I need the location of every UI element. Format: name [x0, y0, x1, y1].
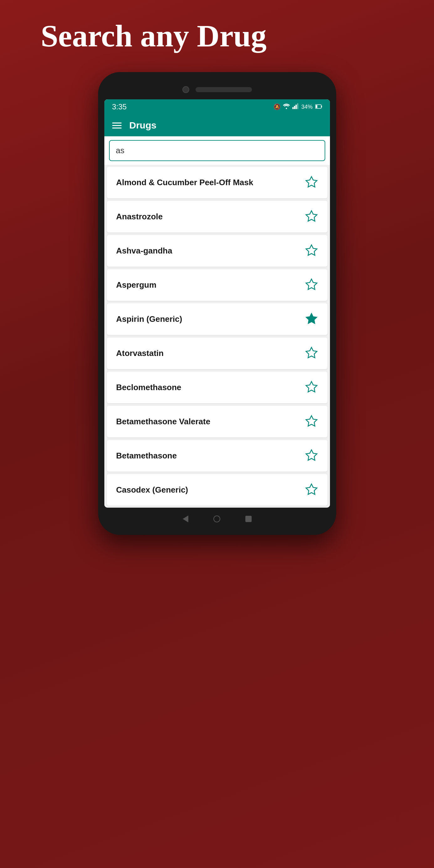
favorite-star-button[interactable] — [305, 449, 318, 463]
favorite-star-button[interactable] — [305, 176, 318, 190]
battery-text: 34% — [301, 104, 312, 110]
favorite-star-button[interactable] — [305, 278, 318, 292]
hamburger-line-3 — [112, 127, 122, 128]
favorite-star-button[interactable] — [305, 346, 318, 360]
favorite-star-button[interactable] — [305, 483, 318, 497]
drug-list: Almond & Cucumber Peel-Off MaskAnastrozo… — [104, 165, 330, 508]
drug-list-item[interactable]: Betamethasone Valerate — [107, 406, 328, 437]
battery-icon — [315, 104, 322, 110]
svg-marker-12 — [306, 313, 317, 324]
favorite-star-button[interactable] — [305, 380, 318, 395]
signal-icon — [292, 103, 299, 111]
drug-name: Atorvastatin — [116, 348, 164, 358]
drug-name: Beclomethasone — [116, 382, 181, 392]
page-title: Search any Drug — [41, 19, 323, 53]
drug-list-item[interactable]: Beclomethasone — [107, 372, 328, 403]
phone-camera — [182, 86, 189, 93]
drug-list-item[interactable]: Aspirin (Generic) — [107, 303, 328, 335]
search-container — [104, 136, 330, 165]
svg-rect-6 — [321, 105, 322, 107]
hamburger-line-2 — [112, 125, 122, 126]
status-bar: 3:35 🔕 — [104, 99, 330, 114]
drug-list-item[interactable]: Ashva-gandha — [107, 235, 328, 267]
svg-marker-14 — [306, 382, 317, 392]
svg-rect-3 — [296, 105, 297, 109]
drug-list-item[interactable]: Aspergum — [107, 269, 328, 301]
svg-marker-8 — [306, 177, 317, 187]
drug-name: Anastrozole — [116, 212, 163, 221]
drug-list-item[interactable]: Anastrozole — [107, 201, 328, 232]
favorite-star-button[interactable] — [305, 244, 318, 258]
favorite-star-button[interactable] — [305, 210, 318, 224]
drug-list-item[interactable]: Casodex (Generic) — [107, 474, 328, 506]
status-time: 3:35 — [112, 102, 127, 111]
phone-container: 3:35 🔕 — [98, 72, 336, 535]
phone-screen: 3:35 🔕 — [104, 99, 330, 508]
drug-name: Almond & Cucumber Peel-Off Mask — [116, 178, 253, 187]
drug-name: Ashva-gandha — [116, 246, 172, 256]
recents-button[interactable] — [245, 516, 252, 522]
hamburger-menu-button[interactable] — [112, 123, 122, 128]
drug-list-item[interactable]: Betamethasone — [107, 440, 328, 472]
status-icons: 🔕 34% — [274, 103, 322, 111]
drug-name: Aspirin (Generic) — [116, 314, 182, 324]
search-input[interactable] — [109, 140, 325, 161]
svg-rect-2 — [294, 106, 295, 109]
favorite-star-button[interactable] — [305, 312, 318, 326]
mute-icon: 🔕 — [274, 103, 280, 110]
svg-marker-11 — [306, 279, 317, 289]
svg-marker-9 — [306, 211, 317, 221]
page-title-container: Search any Drug — [41, 0, 323, 72]
wifi-icon — [283, 103, 290, 111]
app-title: Drugs — [129, 120, 157, 131]
svg-point-0 — [286, 108, 287, 109]
svg-marker-10 — [306, 245, 317, 255]
svg-marker-13 — [306, 347, 317, 358]
drug-name: Betamethasone — [116, 451, 177, 461]
app-toolbar: Drugs — [104, 114, 330, 136]
phone-bottom-bar — [104, 509, 330, 526]
drug-list-item[interactable]: Atorvastatin — [107, 338, 328, 369]
drug-list-item[interactable]: Almond & Cucumber Peel-Off Mask — [107, 167, 328, 198]
phone-speaker — [195, 87, 252, 92]
svg-rect-4 — [297, 103, 298, 109]
drug-name: Casodex (Generic) — [116, 485, 188, 495]
svg-marker-17 — [306, 484, 317, 494]
svg-rect-7 — [315, 105, 317, 108]
svg-marker-16 — [306, 450, 317, 460]
drug-name: Aspergum — [116, 280, 157, 290]
home-button[interactable] — [213, 516, 220, 522]
svg-marker-15 — [306, 416, 317, 426]
drug-name: Betamethasone Valerate — [116, 417, 211, 427]
favorite-star-button[interactable] — [305, 414, 318, 429]
svg-rect-1 — [292, 107, 293, 109]
back-button[interactable] — [183, 516, 188, 522]
hamburger-line-1 — [112, 123, 122, 123]
phone-top-bar — [104, 82, 330, 99]
